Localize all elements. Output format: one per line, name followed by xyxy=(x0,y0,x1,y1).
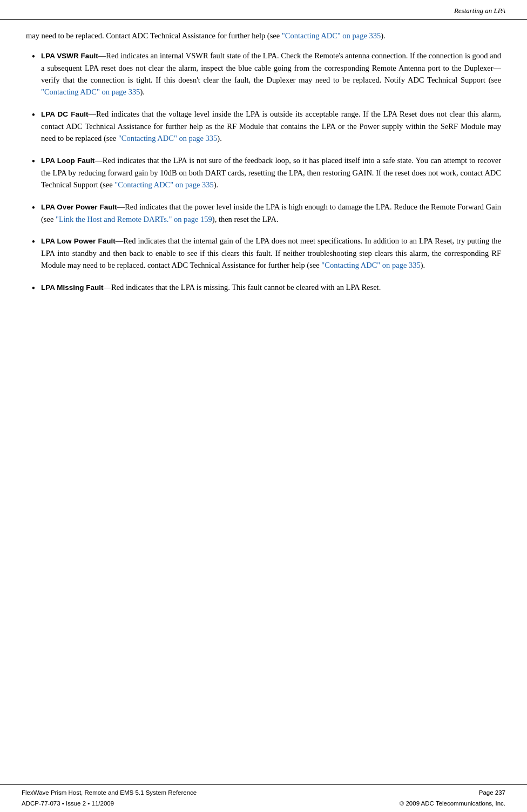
footer-right: Page 237 © 2009 ADC Telecommunications, … xyxy=(400,788,505,809)
list-item: • LPA DC Fault—Red indicates that the vo… xyxy=(26,108,501,145)
bullet-dot: • xyxy=(26,154,41,168)
intro-text-end: ). xyxy=(381,31,385,40)
dash-4: — xyxy=(116,236,124,245)
term-lpa-dc: LPA DC Fault xyxy=(41,110,88,118)
bullet-text: LPA Loop Fault—Red indicates that the LP… xyxy=(41,154,501,191)
text-1: Red indicates that the voltage level ins… xyxy=(41,110,501,143)
bullet-text: LPA DC Fault—Red indicates that the volt… xyxy=(41,108,501,145)
link-2[interactable]: "Contacting ADC" on page 335 xyxy=(114,180,213,189)
text-2: Red indicates that the LPA is not sure o… xyxy=(41,156,501,189)
bullet-dot: • xyxy=(26,108,41,122)
term-lpa-lowpower: LPA Low Power Fault xyxy=(41,237,116,245)
bullet-text: LPA Low Power Fault—Red indicates that t… xyxy=(41,235,501,272)
bullet-text: LPA VSWR Fault—Red indicates an internal… xyxy=(41,50,501,98)
list-item: • LPA Low Power Fault—Red indicates that… xyxy=(26,235,501,272)
link-3[interactable]: "Link the Host and Remote DARTs." on pag… xyxy=(56,215,212,224)
link-4[interactable]: "Contacting ADC" on page 335 xyxy=(321,261,420,269)
text-end-0: ). xyxy=(140,87,144,96)
text-end-1: ). xyxy=(217,134,221,143)
dash-3: — xyxy=(117,202,125,211)
bullet-text: LPA Missing Fault—Red indicates that the… xyxy=(41,281,501,294)
bullet-dot: • xyxy=(26,201,41,215)
term-lpa-overpower: LPA Over Power Fault xyxy=(41,203,117,211)
page-content: may need to be replaced. Contact ADC Tec… xyxy=(0,20,527,348)
link-1[interactable]: "Contacting ADC" on page 335 xyxy=(118,134,217,143)
term-lpa-missing: LPA Missing Fault xyxy=(41,283,104,292)
page-header: Restarting an LPA xyxy=(0,0,527,20)
intro-text: may need to be replaced. Contact ADC Tec… xyxy=(26,31,282,40)
bullet-dot: • xyxy=(26,281,41,295)
page-footer: FlexWave Prism Host, Remote and EMS 5.1 … xyxy=(0,784,527,812)
text-end-3: ), then reset the LPA. xyxy=(212,215,279,224)
bullet-text: LPA Over Power Fault—Red indicates that … xyxy=(41,201,501,225)
link-0[interactable]: "Contacting ADC" on page 335 xyxy=(41,87,140,96)
header-title: Restarting an LPA xyxy=(454,5,505,16)
list-item: • LPA VSWR Fault—Red indicates an intern… xyxy=(26,50,501,98)
text-end-4: ). xyxy=(421,261,425,269)
intro-link[interactable]: "Contacting ADC" on page 335 xyxy=(282,31,381,40)
dash-0: — xyxy=(98,51,106,60)
dash-1: — xyxy=(88,110,96,118)
bullet-dot: • xyxy=(26,235,41,249)
term-lpa-loop: LPA Loop Fault xyxy=(41,157,94,165)
text-end-2: ). xyxy=(214,180,218,189)
footer-left-line1: FlexWave Prism Host, Remote and EMS 5.1 … xyxy=(22,788,197,798)
term-lpa-vswr: LPA VSWR Fault xyxy=(41,52,98,60)
footer-left: FlexWave Prism Host, Remote and EMS 5.1 … xyxy=(22,788,197,809)
footer-right-line2: © 2009 ADC Telecommunications, Inc. xyxy=(400,799,505,809)
dash-5: — xyxy=(104,283,112,292)
footer-right-line1: Page 237 xyxy=(400,788,505,798)
list-item: • LPA Over Power Fault—Red indicates tha… xyxy=(26,201,501,225)
bullet-list: • LPA VSWR Fault—Red indicates an intern… xyxy=(26,50,501,295)
bullet-dot: • xyxy=(26,50,41,64)
text-5: Red indicates that the LPA is missing. T… xyxy=(111,283,381,292)
list-item: • LPA Missing Fault—Red indicates that t… xyxy=(26,281,501,295)
footer-left-line2: ADCP-77-073 • Issue 2 • 11/2009 xyxy=(22,799,197,809)
dash-2: — xyxy=(94,156,103,165)
text-0: Red indicates an internal VSWR fault sta… xyxy=(41,51,501,84)
list-item: • LPA Loop Fault—Red indicates that the … xyxy=(26,154,501,191)
intro-paragraph: may need to be replaced. Contact ADC Tec… xyxy=(26,30,501,42)
